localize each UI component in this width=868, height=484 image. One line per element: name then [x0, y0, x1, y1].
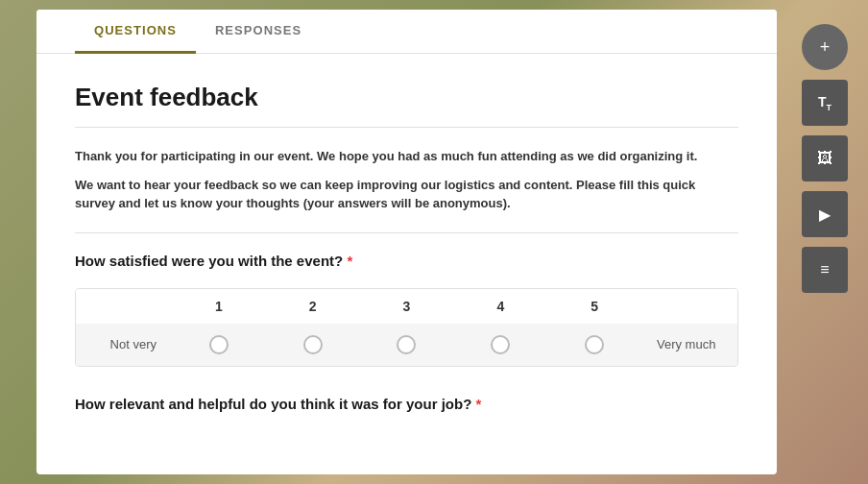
rating-label-max: Very much	[641, 337, 737, 351]
tab-bar: QUESTIONS RESPONSES	[36, 10, 777, 54]
rating-scale-1: 1 2 3 4 5 Not very	[75, 288, 738, 367]
rating-num-3: 3	[360, 299, 454, 314]
image-icon: 🖼	[817, 150, 832, 167]
tab-responses[interactable]: RESPONSES	[196, 10, 321, 54]
rating-option-3[interactable]	[360, 335, 454, 354]
question-1-label: How satisfied were you with the event? *	[75, 253, 738, 269]
video-button[interactable]: ▶	[802, 191, 848, 237]
sidebar-tools: + TT 🖼 ▶ ≡	[782, 10, 868, 474]
rating-option-5[interactable]	[547, 335, 641, 354]
video-icon: ▶	[819, 206, 831, 224]
rating-num-2: 2	[266, 299, 360, 314]
section-button[interactable]: ≡	[802, 247, 848, 293]
required-star-1: *	[343, 253, 352, 269]
text-format-icon: TT	[818, 94, 832, 112]
rating-numbers-inner: 1 2 3 4 5	[172, 299, 641, 314]
form-content: Event feedback Thank you for participati…	[36, 54, 777, 474]
text-button[interactable]: TT	[802, 80, 848, 126]
tab-questions[interactable]: QUESTIONS	[75, 10, 196, 54]
rating-num-1: 1	[172, 299, 266, 314]
rating-num-4: 4	[453, 299, 547, 314]
form-title: Event feedback	[75, 83, 738, 128]
radio-4[interactable]	[491, 335, 510, 354]
add-icon: +	[820, 37, 831, 58]
radio-3[interactable]	[397, 335, 416, 354]
rating-option-4[interactable]	[453, 335, 547, 354]
rating-option-2[interactable]	[266, 335, 360, 354]
rating-numbers-row: 1 2 3 4 5	[76, 289, 737, 324]
form-description-2: We want to hear your feedback so we can …	[75, 176, 738, 233]
radio-2[interactable]	[303, 335, 323, 354]
question-1: How satisfied were you with the event? *…	[75, 253, 738, 367]
form-description-1: Thank you for participating in our event…	[75, 147, 738, 166]
required-star-2: *	[471, 396, 481, 412]
rating-num-5: 5	[547, 299, 641, 314]
question-2-label: How relevant and helpful do you think it…	[75, 396, 738, 412]
radio-1[interactable]	[209, 335, 229, 354]
image-button[interactable]: 🖼	[802, 135, 848, 182]
form-area: Event feedback Thank you for participati…	[75, 83, 738, 446]
radio-5[interactable]	[585, 335, 604, 354]
form-container: QUESTIONS RESPONSES Event feedback Thank…	[36, 10, 777, 474]
section-icon: ≡	[820, 261, 829, 278]
rating-label-min: Not very	[76, 337, 172, 351]
rating-option-1[interactable]	[172, 335, 266, 354]
rating-radio-row: Not very	[76, 324, 737, 366]
question-2: How relevant and helpful do you think it…	[75, 396, 738, 412]
rating-options	[172, 335, 641, 354]
add-button[interactable]: +	[802, 24, 848, 70]
